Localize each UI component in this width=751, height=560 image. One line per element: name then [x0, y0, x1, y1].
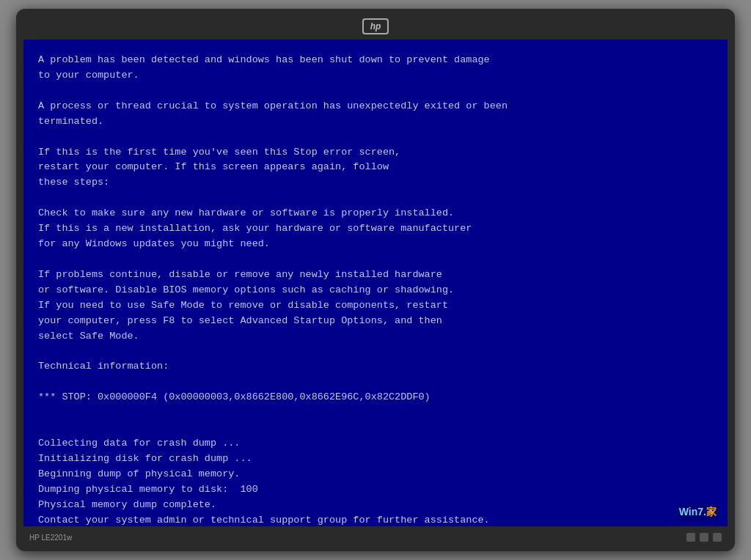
bsod-content: A problem has been detected and windows …	[38, 53, 713, 526]
watermark: Win7.家	[675, 504, 720, 520]
monitor-btn-2[interactable]	[700, 533, 708, 542]
watermark-win7: Win7.	[679, 506, 706, 517]
bsod-screen: A problem has been detected and windows …	[23, 40, 728, 526]
monitor-bottom-bar: HP LE2201w	[23, 529, 728, 545]
monitor-top-bar: hp	[23, 16, 728, 37]
watermark-jia: 家	[706, 506, 717, 517]
monitor-btn-1[interactable]	[686, 533, 695, 542]
monitor-btn-3[interactable]	[713, 533, 722, 542]
hp-logo: hp	[362, 18, 389, 34]
brand-logo-text: hp	[370, 21, 381, 32]
monitor-buttons	[686, 533, 722, 542]
model-label: HP LE2201w	[29, 534, 72, 542]
monitor: hp A problem has been detected and windo…	[16, 9, 735, 551]
